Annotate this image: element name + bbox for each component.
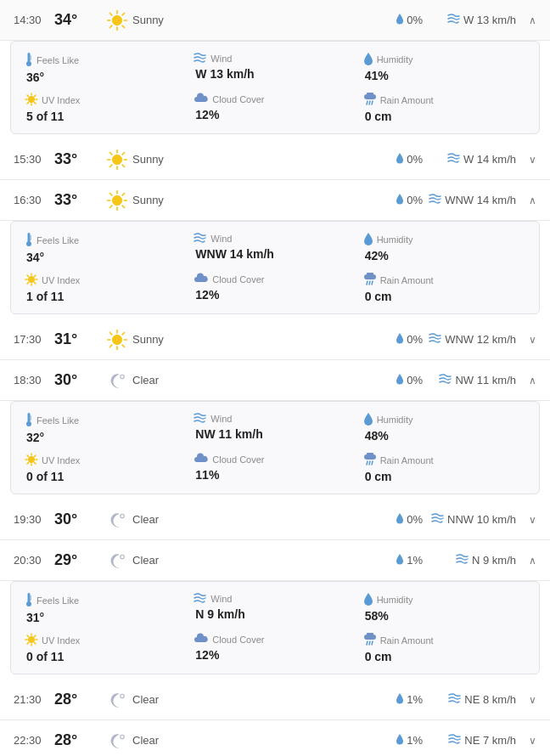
chevron-up-icon[interactable]: ∧ bbox=[516, 555, 536, 567]
uv-value: 0 of 11 bbox=[25, 470, 187, 483]
wind-detail-icon bbox=[194, 52, 207, 65]
wind-speed: NNW 10 km/h bbox=[423, 512, 516, 527]
detail-grid: Feels Like 36° Wind W 13 km/h bbox=[25, 52, 525, 123]
uv-icon bbox=[25, 633, 38, 648]
temperature: 34° bbox=[54, 11, 102, 29]
svg-line-6 bbox=[122, 25, 124, 27]
rain-percent: 0% bbox=[375, 193, 423, 207]
chevron-down-icon[interactable]: ∨ bbox=[516, 334, 536, 346]
feels-like-label: Feels Like bbox=[25, 412, 187, 429]
svg-line-100 bbox=[27, 635, 28, 636]
cloud-icon bbox=[194, 93, 209, 106]
wind-detail-icon bbox=[194, 592, 207, 606]
svg-line-5 bbox=[109, 13, 111, 14]
moon-icon bbox=[102, 370, 132, 391]
moon-icon bbox=[102, 731, 132, 751]
weather-row[interactable]: 20:30 29° Clear 1% N 9 km/h ∧ bbox=[0, 540, 550, 581]
svg-point-95 bbox=[28, 636, 35, 643]
wind-value: NW 11 km/h bbox=[194, 427, 356, 441]
chevron-up-icon[interactable]: ∧ bbox=[516, 14, 536, 26]
svg-line-32 bbox=[122, 165, 124, 166]
thermometer-icon bbox=[25, 52, 33, 69]
svg-rect-44 bbox=[28, 233, 31, 242]
chevron-up-icon[interactable]: ∧ bbox=[516, 375, 536, 386]
condition-label: Sunny bbox=[132, 153, 209, 166]
svg-line-59 bbox=[369, 281, 370, 285]
svg-line-67 bbox=[122, 345, 124, 347]
drop-icon bbox=[396, 193, 404, 207]
wind-icon bbox=[456, 553, 469, 567]
time-label: 21:30 bbox=[14, 693, 54, 706]
weather-row[interactable]: 14:30 34° Sunny 0% bbox=[0, 0, 550, 41]
temperature: 28° bbox=[54, 731, 102, 749]
svg-line-43 bbox=[109, 206, 111, 207]
weather-row[interactable]: 18:30 30° Clear 0% NW 11 km/h ∧ bbox=[0, 360, 550, 401]
detail-grid: Feels Like 32° Wind NW 11 km/h bbox=[25, 412, 525, 483]
svg-line-19 bbox=[27, 95, 28, 96]
weather-row[interactable]: 22:30 28° Clear 1% NE 7 km/h ∨ bbox=[0, 720, 550, 756]
wind-speed: W 13 km/h bbox=[423, 13, 516, 27]
svg-point-107 bbox=[121, 694, 125, 698]
weather-row[interactable]: 19:30 30° Clear 0% NNW 10 km/h ∨ bbox=[0, 499, 550, 540]
cloud-value: 11% bbox=[194, 468, 356, 482]
svg-point-45 bbox=[26, 241, 31, 246]
svg-line-31 bbox=[109, 152, 111, 154]
svg-line-54 bbox=[27, 275, 28, 276]
svg-line-34 bbox=[109, 165, 111, 166]
uv-value: 5 of 11 bbox=[25, 110, 187, 123]
condition-label: Clear bbox=[132, 693, 209, 706]
wind-detail-icon bbox=[194, 412, 207, 426]
svg-line-42 bbox=[122, 193, 124, 195]
weather-row[interactable]: 17:30 31° Sunny 0% bbox=[0, 319, 550, 360]
svg-line-57 bbox=[27, 283, 28, 284]
feels-like-value: 31° bbox=[25, 611, 187, 624]
detail-panel: Feels Like 31° Wind N 9 km/h bbox=[10, 581, 540, 674]
rain-percent: 1% bbox=[375, 733, 423, 748]
chevron-down-icon[interactable]: ∨ bbox=[516, 694, 536, 706]
thermometer-icon bbox=[25, 592, 33, 609]
cloud-item: Cloud Cover 12% bbox=[194, 273, 356, 303]
wind-speed: NE 7 km/h bbox=[423, 733, 516, 748]
time-label: 16:30 bbox=[14, 194, 54, 206]
svg-point-10 bbox=[26, 61, 31, 66]
svg-point-35 bbox=[112, 195, 121, 205]
svg-line-25 bbox=[372, 101, 373, 104]
cloud-item: Cloud Cover 12% bbox=[194, 633, 356, 663]
chevron-down-icon[interactable]: ∨ bbox=[516, 735, 536, 747]
wind-speed: NW 11 km/h bbox=[423, 373, 516, 387]
chevron-up-icon[interactable]: ∧ bbox=[516, 195, 536, 206]
svg-point-89 bbox=[121, 555, 125, 559]
rain-amount-label: Rain Amount bbox=[363, 633, 525, 648]
svg-point-26 bbox=[112, 155, 121, 164]
weather-row[interactable]: 16:30 33° Sunny 0% bbox=[0, 180, 550, 221]
rain-amount-item: Rain Amount 0 cm bbox=[363, 93, 525, 123]
chevron-down-icon[interactable]: ∨ bbox=[516, 514, 536, 526]
rain-amount-label: Rain Amount bbox=[363, 273, 525, 288]
cloud-item: Cloud Cover 11% bbox=[194, 453, 356, 483]
wind-item: Wind N 9 km/h bbox=[194, 592, 356, 624]
drop-icon bbox=[396, 152, 404, 166]
condition-label: Sunny bbox=[132, 14, 209, 26]
cloud-label: Cloud Cover bbox=[194, 273, 356, 286]
wind-label: Wind bbox=[194, 592, 356, 606]
rain-amount-label: Rain Amount bbox=[363, 453, 525, 468]
svg-line-102 bbox=[35, 635, 36, 636]
svg-line-101 bbox=[35, 643, 36, 644]
weather-row[interactable]: 15:30 33° Sunny 0% bbox=[0, 139, 550, 180]
moon-icon bbox=[102, 690, 132, 710]
svg-line-60 bbox=[372, 281, 373, 285]
chevron-down-icon[interactable]: ∨ bbox=[516, 154, 536, 166]
detail-panel: Feels Like 36° Wind W 13 km/h bbox=[10, 41, 540, 134]
drop-icon bbox=[396, 512, 404, 527]
humidity-value: 58% bbox=[363, 609, 525, 623]
rain-percent: 1% bbox=[375, 692, 423, 707]
feels-like-value: 34° bbox=[25, 251, 187, 264]
svg-line-103 bbox=[27, 643, 28, 644]
svg-point-49 bbox=[28, 276, 35, 283]
weather-row[interactable]: 21:30 28° Clear 1% NE 8 km/h ∨ bbox=[0, 680, 550, 720]
rain-amount-value: 0 cm bbox=[363, 470, 525, 483]
time-label: 15:30 bbox=[14, 153, 54, 166]
wind-item: Wind WNW 14 km/h bbox=[194, 232, 356, 264]
cloud-value: 12% bbox=[194, 108, 356, 121]
svg-line-58 bbox=[367, 281, 368, 285]
